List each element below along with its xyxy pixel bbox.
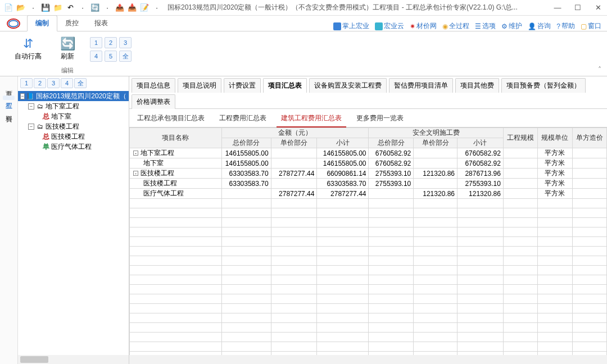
grid-wrap[interactable]: 项目名称 金额（元） 安全文明施工费 工程规模 规模单位 单方造价 总价部分 单… — [129, 128, 607, 355]
ribbon-tab-qc[interactable]: 质控 — [57, 16, 87, 31]
tree-item[interactable]: 单 医疗气体工程 — [18, 142, 129, 152]
tab-fee[interactable]: 计费设置 — [224, 78, 261, 93]
tree-item[interactable]: − 🗂 医技楼工程 — [18, 121, 129, 131]
link-cloud[interactable]: 宏业云 — [375, 21, 404, 31]
rail-project[interactable]: 工程 — [3, 95, 15, 100]
col-amount-tp[interactable]: 总价部分 — [221, 138, 271, 148]
level-4-button[interactable]: 4 — [90, 51, 102, 62]
col-unit[interactable]: 规模单位 — [538, 128, 572, 148]
rail-data[interactable]: 资料 — [3, 108, 15, 112]
tree-h-scrollbar[interactable] — [18, 355, 129, 364]
row-expander-icon[interactable]: - — [133, 151, 138, 156]
tab-provisional[interactable]: 暂估费用项目清单 — [389, 78, 453, 93]
tree-level-2[interactable]: 2 — [34, 78, 46, 88]
tree-root[interactable]: − 📘 国标2013规范四川2020定额（ — [18, 91, 129, 101]
tab-price[interactable]: 价格调整表 — [132, 94, 175, 109]
grid-h-scrollbar[interactable] — [129, 355, 607, 364]
col-amount-st[interactable]: 小计 — [317, 138, 369, 148]
tree-item[interactable]: − 🗂 地下室工程 — [18, 101, 129, 111]
table-row[interactable]: 地下室146155805.00146155805.006760582.92676… — [130, 158, 607, 169]
subtab-building[interactable]: 建筑工程费用汇总表 — [277, 111, 346, 128]
qa-open-icon[interactable]: 📂 — [16, 3, 26, 13]
tree-level-4[interactable]: 4 — [61, 78, 73, 88]
table-row[interactable]: 医技楼工程63303583.7063303583.702755393.10275… — [130, 179, 607, 189]
col-name[interactable]: 项目名称 — [130, 128, 222, 148]
level-all-button[interactable]: 全 — [119, 51, 132, 62]
tab-desc[interactable]: 项目总说明 — [178, 78, 221, 93]
col-unitprice[interactable]: 单方造价 — [572, 128, 606, 148]
tree-level-1[interactable]: 1 — [20, 78, 33, 88]
close-button[interactable]: ✕ — [592, 2, 604, 13]
qa-new-icon[interactable]: 📄 — [3, 3, 13, 13]
tree-item[interactable]: 总 医技楼工程 — [18, 131, 129, 142]
col-amount[interactable]: 金额（元） — [221, 128, 369, 138]
subtab-engfee[interactable]: 工程费用汇总表 — [215, 111, 271, 127]
link-options[interactable]: ☰选项 — [475, 21, 496, 31]
qa-undo-icon[interactable]: ↶ — [65, 3, 75, 13]
expander-icon[interactable]: − — [28, 103, 34, 110]
qa-refresh-icon[interactable]: 🔄 — [90, 3, 100, 13]
qa-save-icon[interactable]: 💾 — [40, 3, 51, 13]
link-wholeprocess[interactable]: ◉全过程 — [442, 21, 469, 31]
tab-other[interactable]: 项目其他费 — [455, 78, 499, 93]
table-row[interactable]: -医技楼工程63303583.702787277.4466090861.1427… — [130, 169, 607, 179]
svg-point-1 — [9, 21, 19, 27]
level-2-button[interactable]: 2 — [105, 37, 117, 48]
tab-reserve[interactable]: 项目预备费（暂列金额） — [501, 78, 586, 93]
empty-row — [130, 285, 607, 294]
tab-summary[interactable]: 项目汇总表 — [263, 78, 307, 93]
expander-icon[interactable]: − — [20, 93, 25, 99]
ribbon-tab-report[interactable]: 报表 — [87, 16, 116, 31]
qa-import-icon[interactable]: 📥 — [127, 3, 137, 13]
col-amount-up[interactable]: 单价部分 — [271, 138, 317, 148]
qa-folder-icon[interactable]: 📁 — [53, 3, 63, 13]
level-1-button[interactable]: 1 — [90, 37, 102, 48]
auto-row-height-button[interactable]: ⇵ 自动行高 — [11, 35, 45, 62]
folder-icon: 🗂 — [36, 103, 44, 110]
link-material[interactable]: ✷材价网 — [410, 21, 437, 31]
link-help[interactable]: ?帮助 — [556, 21, 575, 31]
collapse-ribbon-icon[interactable]: ˄ — [598, 66, 601, 74]
col-safety-tp[interactable]: 总价部分 — [369, 138, 414, 148]
col-safety[interactable]: 安全文明施工费 — [369, 128, 503, 138]
link-maintain[interactable]: ⚙维护 — [501, 21, 522, 31]
subtab-epc[interactable]: 工程总承包项目汇总表 — [133, 111, 209, 127]
minimize-button[interactable]: ― — [552, 2, 563, 13]
sub-tabstrip: 工程总承包项目汇总表 工程费用汇总表 建筑工程费用汇总表 更多费用一览表 — [129, 109, 607, 128]
ribbon-tab-compile[interactable]: 编制 — [27, 15, 57, 31]
expander-icon[interactable]: − — [28, 124, 34, 130]
window-title: 国标2013规范四川2020定额（一般计税）（不含安文费全费用模式）工程项目 -… — [167, 3, 546, 12]
link-window[interactable]: ▢窗口 — [581, 21, 601, 31]
col-safety-st[interactable]: 小计 — [457, 138, 504, 148]
qa-export-icon[interactable]: 📤 — [115, 3, 125, 13]
tree-item[interactable]: 总 地下室 — [18, 111, 129, 121]
row-expander-icon[interactable]: - — [133, 171, 138, 176]
tree-level-all[interactable]: 全 — [74, 78, 87, 88]
empty-row — [130, 247, 607, 256]
tab-info[interactable]: 项目总信息 — [132, 78, 175, 93]
table-row[interactable]: -地下室工程146155805.00146155805.006760582.92… — [130, 148, 607, 158]
refresh-button[interactable]: 🔄 刷新 — [56, 35, 79, 62]
qa-sep2: · — [78, 3, 88, 13]
subtab-more[interactable]: 更多费用一览表 — [352, 111, 408, 127]
qa-note-icon[interactable]: 📝 — [139, 3, 150, 13]
empty-row — [130, 228, 607, 237]
empty-row — [130, 352, 607, 356]
table-row[interactable]: 医疗气体工程2787277.442787277.44121320.8612132… — [130, 189, 607, 199]
row-height-icon: ⇵ — [20, 36, 36, 52]
tree-body[interactable]: − 📘 国标2013规范四川2020定额（ − 🗂 地下室工程 总 地下室 − … — [18, 90, 129, 355]
level-3-button[interactable]: 3 — [119, 37, 132, 48]
scrollbar-thumb[interactable] — [20, 356, 48, 363]
data-grid[interactable]: 项目名称 金额（元） 安全文明施工费 工程规模 规模单位 单方造价 总价部分 单… — [129, 128, 607, 355]
tab-equip[interactable]: 设备购置及安装工程费 — [309, 78, 387, 93]
ribbon-group-label: 编辑 — [61, 66, 74, 75]
link-consult[interactable]: 👤咨询 — [528, 21, 551, 31]
col-safety-up[interactable]: 单价部分 — [414, 138, 457, 148]
tree-panel: 1 2 3 4 全 − 📘 国标2013规范四川2020定额（ − 🗂 地下室工… — [18, 76, 129, 364]
maximize-button[interactable]: ☐ — [572, 2, 583, 13]
link-mobile[interactable]: 掌上宏业 — [333, 21, 369, 31]
rail-home[interactable]: 首页 — [3, 83, 15, 88]
tree-level-3[interactable]: 3 — [47, 78, 60, 88]
col-scale[interactable]: 工程规模 — [503, 128, 537, 148]
level-5-button[interactable]: 5 — [105, 51, 117, 62]
